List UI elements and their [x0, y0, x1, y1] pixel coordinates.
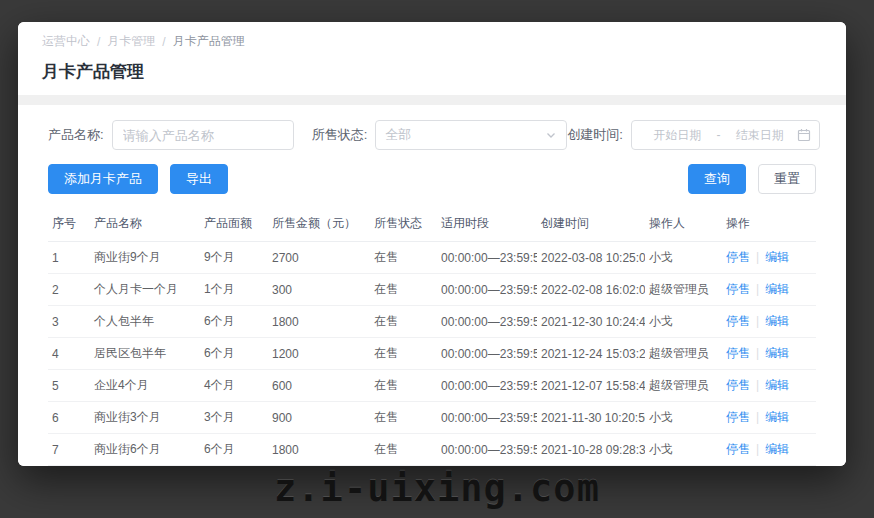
filter-product-name: 产品名称: — [48, 120, 294, 150]
cell-name: 个人包半年 — [90, 306, 200, 338]
stop-sale-link[interactable]: 停售 — [726, 442, 750, 456]
cell-operator: 超级管理员 — [645, 370, 722, 402]
cell-amount: 300 — [268, 274, 370, 306]
end-date-field[interactable]: 结束日期 — [722, 127, 797, 144]
cell-created: 2021-09-30 14:27:08 — [537, 466, 645, 467]
stop-sale-link[interactable]: 停售 — [726, 378, 750, 392]
stop-sale-link[interactable]: 停售 — [726, 282, 750, 296]
breadcrumb-item-current: 月卡产品管理 — [173, 33, 245, 50]
cell-created: 2022-03-08 10:25:03 — [537, 242, 645, 274]
reset-button[interactable]: 重置 — [758, 164, 816, 194]
edit-link[interactable]: 编辑 — [765, 250, 789, 264]
add-product-button[interactable]: 添加月卡产品 — [48, 164, 158, 194]
cell-name: 商业街9个月 — [90, 242, 200, 274]
date-range-separator: - — [714, 128, 722, 142]
table-row: 6商业街3个月3个月900在售00:00:00—23:59:592021-11-… — [48, 402, 816, 434]
cell-amount: 600 — [268, 370, 370, 402]
section-divider — [18, 95, 846, 105]
page-header: 运营中心 / 月卡管理 / 月卡产品管理 月卡产品管理 — [18, 22, 846, 95]
cell-no: 7 — [48, 434, 90, 466]
col-header-actions: 操作 — [722, 206, 816, 242]
product-name-label: 产品名称: — [48, 126, 104, 144]
table-row: 5企业4个月4个月600在售00:00:00—23:59:592021-12-0… — [48, 370, 816, 402]
start-date-field[interactable]: 开始日期 — [640, 127, 715, 144]
page-title: 月卡产品管理 — [42, 60, 822, 83]
edit-link[interactable]: 编辑 — [765, 346, 789, 360]
export-button[interactable]: 导出 — [170, 164, 228, 194]
cell-status: 在售 — [370, 306, 437, 338]
table-row: 7商业街6个月6个月1800在售00:00:00—23:59:592021-10… — [48, 434, 816, 466]
cell-no: 8 — [48, 466, 90, 467]
cell-actions: 停售|编辑 — [722, 434, 816, 466]
sale-status-select[interactable]: 全部 — [375, 120, 567, 150]
cell-actions: 停售|编辑 — [722, 466, 816, 467]
filter-bar: 产品名称: 所售状态: 全部 创建时间: 开始日期 - — [48, 120, 816, 150]
edit-link[interactable]: 编辑 — [765, 442, 789, 456]
query-button[interactable]: 查询 — [688, 164, 746, 194]
action-divider: | — [756, 282, 759, 296]
calendar-icon — [797, 128, 811, 142]
table-body: 1商业街9个月9个月2700在售00:00:00—23:59:592022-03… — [48, 242, 816, 467]
table-row: 8个人月卡300元1个月300在售00:00:00—23:59:592021-0… — [48, 466, 816, 467]
watermark-text: z.i-uixing.com — [0, 467, 874, 510]
cell-period: 00:00:00—23:59:59 — [437, 338, 537, 370]
breadcrumb-separator: / — [162, 35, 165, 49]
product-name-input[interactable] — [112, 120, 294, 150]
breadcrumb-item-card-management[interactable]: 月卡管理 — [107, 33, 155, 50]
cell-status: 在售 — [370, 402, 437, 434]
cell-created: 2021-12-24 15:03:25 — [537, 338, 645, 370]
edit-link[interactable]: 编辑 — [765, 282, 789, 296]
cell-period: 00:00:00—23:59:59 — [437, 434, 537, 466]
toolbar: 添加月卡产品 导出 查询 重置 — [48, 164, 816, 194]
cell-actions: 停售|编辑 — [722, 370, 816, 402]
product-table: 序号 产品名称 产品面额 所售金额（元） 所售状态 适用时段 创建时间 操作人 … — [48, 206, 816, 466]
cell-status: 在售 — [370, 274, 437, 306]
stop-sale-link[interactable]: 停售 — [726, 410, 750, 424]
filter-create-time: 创建时间: 开始日期 - 结束日期 — [567, 120, 820, 150]
edit-link[interactable]: 编辑 — [765, 378, 789, 392]
cell-status: 在售 — [370, 370, 437, 402]
table-header: 序号 产品名称 产品面额 所售金额（元） 所售状态 适用时段 创建时间 操作人 … — [48, 206, 816, 242]
cell-actions: 停售|编辑 — [722, 274, 816, 306]
create-time-range-picker[interactable]: 开始日期 - 结束日期 — [631, 120, 820, 150]
page-content: 产品名称: 所售状态: 全部 创建时间: 开始日期 - — [18, 105, 846, 466]
table-row: 3个人包半年6个月1800在售00:00:00—23:59:592021-12-… — [48, 306, 816, 338]
stop-sale-link[interactable]: 停售 — [726, 314, 750, 328]
cell-actions: 停售|编辑 — [722, 306, 816, 338]
create-time-label: 创建时间: — [567, 126, 623, 144]
cell-status: 在售 — [370, 242, 437, 274]
cell-name: 商业街6个月 — [90, 434, 200, 466]
chevron-down-icon — [545, 129, 557, 141]
cell-period: 00:00:00—23:59:59 — [437, 370, 537, 402]
cell-operator: 小戈 — [645, 466, 722, 467]
stop-sale-link[interactable]: 停售 — [726, 250, 750, 264]
stop-sale-link[interactable]: 停售 — [726, 346, 750, 360]
cell-actions: 停售|编辑 — [722, 338, 816, 370]
edit-link[interactable]: 编辑 — [765, 314, 789, 328]
col-header-created: 创建时间 — [537, 206, 645, 242]
cell-status: 在售 — [370, 466, 437, 467]
cell-name: 企业4个月 — [90, 370, 200, 402]
cell-denom: 4个月 — [200, 370, 268, 402]
sale-status-label: 所售状态: — [312, 126, 368, 144]
action-divider: | — [756, 346, 759, 360]
table-row: 1商业街9个月9个月2700在售00:00:00—23:59:592022-03… — [48, 242, 816, 274]
col-header-operator: 操作人 — [645, 206, 722, 242]
breadcrumb-item-operations-center[interactable]: 运营中心 — [42, 33, 90, 50]
cell-denom: 9个月 — [200, 242, 268, 274]
col-header-status: 所售状态 — [370, 206, 437, 242]
cell-created: 2021-10-28 09:28:33 — [537, 434, 645, 466]
cell-no: 3 — [48, 306, 90, 338]
cell-amount: 2700 — [268, 242, 370, 274]
breadcrumb-separator: / — [97, 35, 100, 49]
col-header-period: 适用时段 — [437, 206, 537, 242]
table-row: 2个人月卡一个月1个月300在售00:00:00—23:59:592022-02… — [48, 274, 816, 306]
cell-operator: 小戈 — [645, 434, 722, 466]
cell-status: 在售 — [370, 434, 437, 466]
cell-amount: 1800 — [268, 306, 370, 338]
cell-period: 00:00:00—23:59:59 — [437, 402, 537, 434]
edit-link[interactable]: 编辑 — [765, 410, 789, 424]
cell-denom: 6个月 — [200, 338, 268, 370]
filter-sale-status: 所售状态: 全部 — [312, 120, 568, 150]
cell-name: 商业街3个月 — [90, 402, 200, 434]
